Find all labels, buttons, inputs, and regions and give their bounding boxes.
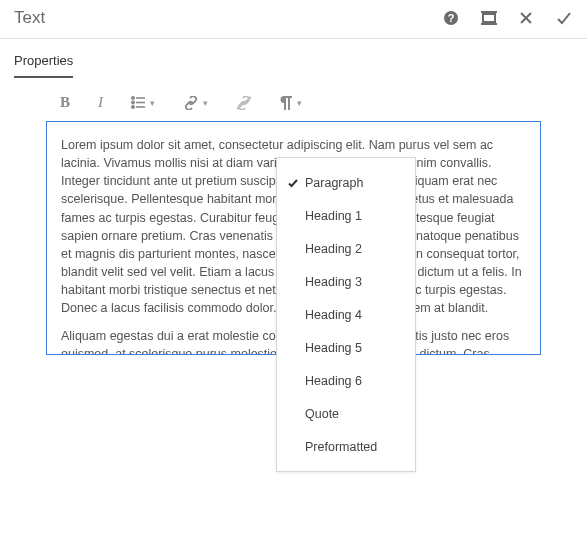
svg-point-7 (132, 97, 134, 99)
rte-toolbar: B I ▾ ▾ ▾ (0, 78, 587, 121)
format-option-label: Heading 1 (305, 209, 362, 223)
link-button[interactable]: ▾ (183, 96, 208, 110)
unlink-button[interactable] (236, 96, 252, 110)
format-option-paragraph[interactable]: Paragraph (277, 166, 415, 199)
paragraph-format-button[interactable]: ▾ (280, 96, 302, 110)
close-icon[interactable] (519, 11, 533, 25)
format-option-label: Preformatted (305, 440, 377, 454)
svg-rect-2 (483, 14, 495, 22)
format-option-heading6[interactable]: Heading 6 (277, 364, 415, 397)
list-button[interactable]: ▾ (131, 96, 155, 109)
format-option-heading5[interactable]: Heading 5 (277, 331, 415, 364)
svg-point-9 (132, 101, 134, 103)
chevron-down-icon: ▾ (150, 98, 155, 108)
bold-button[interactable]: B (60, 94, 70, 111)
fullscreen-icon[interactable] (481, 10, 497, 26)
dialog-title: Text (14, 8, 443, 28)
format-option-heading1[interactable]: Heading 1 (277, 199, 415, 232)
tabs: Properties (0, 39, 587, 78)
format-option-label: Heading 6 (305, 374, 362, 388)
format-option-heading2[interactable]: Heading 2 (277, 232, 415, 265)
tab-properties[interactable]: Properties (14, 53, 73, 78)
header-actions: ? (443, 9, 573, 27)
svg-line-13 (237, 97, 251, 109)
svg-text:?: ? (448, 12, 455, 24)
help-icon[interactable]: ? (443, 10, 459, 26)
chevron-down-icon: ▾ (203, 98, 208, 108)
format-option-heading4[interactable]: Heading 4 (277, 298, 415, 331)
format-option-label: Quote (305, 407, 339, 421)
check-icon (287, 177, 305, 189)
italic-button[interactable]: I (98, 94, 103, 111)
format-option-preformatted[interactable]: Preformatted (277, 430, 415, 463)
format-option-quote[interactable]: Quote (277, 397, 415, 430)
format-option-label: Heading 4 (305, 308, 362, 322)
chevron-down-icon: ▾ (297, 98, 302, 108)
format-option-heading3[interactable]: Heading 3 (277, 265, 415, 298)
paragraph-format-dropdown: Paragraph Heading 1 Heading 2 Heading 3 … (276, 157, 416, 472)
confirm-icon[interactable] (555, 9, 573, 27)
format-option-label: Paragraph (305, 176, 363, 190)
svg-point-11 (132, 106, 134, 108)
dialog-header: Text ? (0, 0, 587, 39)
format-option-label: Heading 5 (305, 341, 362, 355)
format-option-label: Heading 2 (305, 242, 362, 256)
format-option-label: Heading 3 (305, 275, 362, 289)
